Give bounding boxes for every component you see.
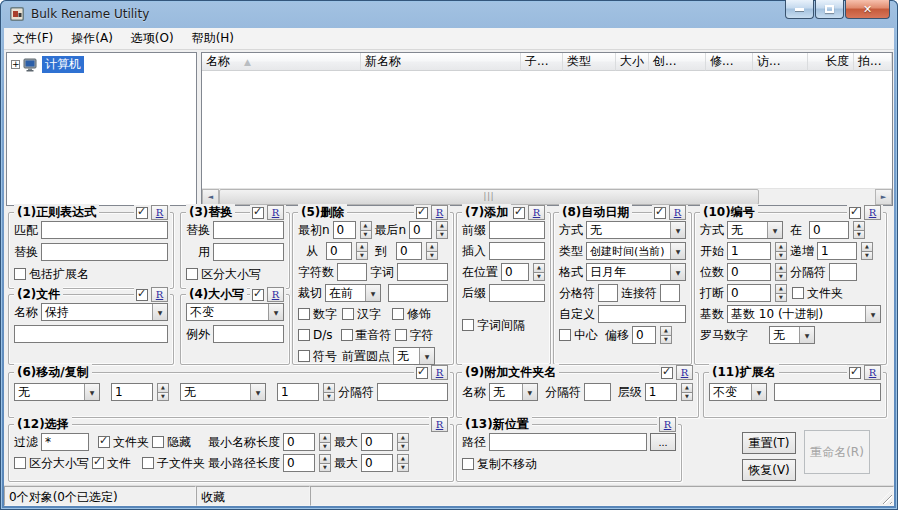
date-sep-input[interactable] xyxy=(598,284,618,302)
reset-group-button[interactable]: R xyxy=(431,417,448,432)
num-incr-input[interactable] xyxy=(817,242,857,260)
filter-input[interactable] xyxy=(41,433,89,451)
reset-group-button[interactable]: R xyxy=(676,365,693,380)
rename-button[interactable]: 重命名(R) xyxy=(804,430,870,474)
group-enable-checkbox[interactable] xyxy=(252,289,264,301)
column-type[interactable]: 类型 xyxy=(563,53,616,71)
from-input[interactable] xyxy=(326,242,352,260)
scroll-right-icon[interactable]: ► xyxy=(875,189,892,205)
maximize-button[interactable] xyxy=(815,0,844,19)
chinese-checkbox[interactable] xyxy=(342,308,354,320)
reset-group-button[interactable]: R xyxy=(864,205,881,220)
revert-button[interactable]: 恢复(V) xyxy=(742,459,796,481)
list-body[interactable] xyxy=(202,71,892,188)
last-n-spinner[interactable]: ▲▼ xyxy=(436,221,448,239)
word-space-checkbox[interactable] xyxy=(462,319,474,331)
date-type-dropdown[interactable]: 创建时间(当前)▼ xyxy=(586,242,686,260)
group-enable-checkbox[interactable] xyxy=(849,367,861,379)
case-mode-dropdown[interactable]: 不变▼ xyxy=(186,303,284,321)
move-count2-spinner[interactable]: ▲▼ xyxy=(323,383,335,401)
column-created[interactable]: 创... xyxy=(649,53,706,71)
append-sep-input[interactable] xyxy=(584,383,611,401)
from-spinner[interactable]: ▲▼ xyxy=(356,242,368,260)
first-n-input[interactable] xyxy=(333,221,356,239)
chars-input[interactable] xyxy=(337,263,367,281)
move-sep-input[interactable] xyxy=(377,383,448,401)
group-enable-checkbox[interactable] xyxy=(654,207,666,219)
num-start-spinner[interactable]: ▲▼ xyxy=(775,242,787,260)
num-incr-spinner[interactable]: ▲▼ xyxy=(861,242,873,260)
date-offset-input[interactable] xyxy=(632,326,656,344)
lead-dots-dropdown[interactable]: 无▼ xyxy=(393,347,435,365)
num-break-input[interactable] xyxy=(727,284,771,302)
move-mode1-dropdown[interactable]: 无▼ xyxy=(14,383,100,401)
to-spinner[interactable]: ▲▼ xyxy=(426,242,438,260)
max-path-spinner[interactable]: ▲▼ xyxy=(397,454,409,472)
first-n-spinner[interactable]: ▲▼ xyxy=(360,221,372,239)
num-start-input[interactable] xyxy=(727,242,771,260)
move-count1-input[interactable] xyxy=(111,383,153,401)
min-name-input[interactable] xyxy=(283,433,315,451)
max-name-input[interactable] xyxy=(361,433,393,451)
ext-mode-dropdown[interactable]: 不变▼ xyxy=(709,383,767,401)
replace-with-input[interactable] xyxy=(213,243,284,261)
date-custom-input[interactable] xyxy=(598,305,686,323)
filename-input[interactable] xyxy=(14,325,168,343)
column-length[interactable]: 长度 xyxy=(808,53,854,71)
column-modified[interactable]: 修... xyxy=(706,53,753,71)
include-ext-checkbox[interactable] xyxy=(14,268,26,280)
suffix-input[interactable] xyxy=(489,284,545,302)
at-pos-input[interactable] xyxy=(501,263,529,281)
date-seg-input[interactable] xyxy=(660,284,680,302)
reset-group-button[interactable]: R xyxy=(659,417,676,432)
double-space-checkbox[interactable] xyxy=(298,329,310,341)
case-sens-checkbox[interactable] xyxy=(14,457,26,469)
num-mode-dropdown[interactable]: 无▼ xyxy=(727,221,783,239)
num-pad-spinner[interactable]: ▲▼ xyxy=(775,263,787,281)
chars-checkbox[interactable] xyxy=(395,329,407,341)
reset-button[interactable]: 重置(T) xyxy=(742,432,796,454)
column-newname[interactable]: 新名称 xyxy=(361,53,521,71)
scroll-left-icon[interactable]: ◄ xyxy=(202,189,219,205)
num-base-dropdown[interactable]: 基数 10 (十进制)▼ xyxy=(727,305,881,323)
column-taken[interactable]: 拍... xyxy=(854,53,892,71)
group-enable-checkbox[interactable] xyxy=(416,367,428,379)
expand-plus-icon[interactable]: + xyxy=(11,60,20,69)
reset-group-button[interactable]: R xyxy=(528,205,545,220)
accents-checkbox[interactable] xyxy=(341,329,353,341)
prefix-input[interactable] xyxy=(489,221,545,239)
menu-help[interactable]: 帮助(H) xyxy=(183,28,243,49)
column-sub[interactable]: 子... xyxy=(521,53,563,71)
symbols-checkbox[interactable] xyxy=(298,350,310,362)
insert-input[interactable] xyxy=(489,242,545,260)
column-accessed[interactable]: 访... xyxy=(753,53,808,71)
append-mode-dropdown[interactable]: 无▼ xyxy=(489,383,538,401)
tree-item-computer[interactable]: + 计算机 xyxy=(7,53,196,73)
reset-group-button[interactable]: R xyxy=(267,287,284,302)
reset-group-button[interactable]: R xyxy=(431,365,448,380)
replace-find-input[interactable] xyxy=(213,221,284,239)
reset-group-button[interactable]: R xyxy=(267,205,284,220)
group-enable-checkbox[interactable] xyxy=(136,289,148,301)
group-enable-checkbox[interactable] xyxy=(136,207,148,219)
filename-mode-dropdown[interactable]: 保持▼ xyxy=(41,303,168,321)
close-button[interactable]: ✕ xyxy=(845,0,890,19)
num-sep-input[interactable] xyxy=(829,263,857,281)
num-break-spinner[interactable]: ▲▼ xyxy=(775,284,787,302)
path-input[interactable] xyxy=(489,433,647,451)
date-mode-dropdown[interactable]: 无▼ xyxy=(586,221,686,239)
menu-actions[interactable]: 操作(A) xyxy=(62,28,122,49)
date-offset-spinner[interactable]: ▲▼ xyxy=(660,326,672,344)
tree-item-label[interactable]: 计算机 xyxy=(42,56,84,73)
roman-dropdown[interactable]: 无▼ xyxy=(769,326,815,344)
move-count1-spinner[interactable]: ▲▼ xyxy=(157,383,169,401)
reset-group-button[interactable]: R xyxy=(431,205,448,220)
reset-group-button[interactable]: R xyxy=(669,205,686,220)
group-enable-checkbox[interactable] xyxy=(513,207,525,219)
to-input[interactable] xyxy=(396,242,422,260)
folders-checkbox[interactable] xyxy=(98,436,110,448)
minimize-button[interactable] xyxy=(785,0,814,19)
trim-checkbox[interactable] xyxy=(392,308,404,320)
resize-grip-icon[interactable] xyxy=(878,490,892,504)
date-center-checkbox[interactable] xyxy=(559,329,571,341)
